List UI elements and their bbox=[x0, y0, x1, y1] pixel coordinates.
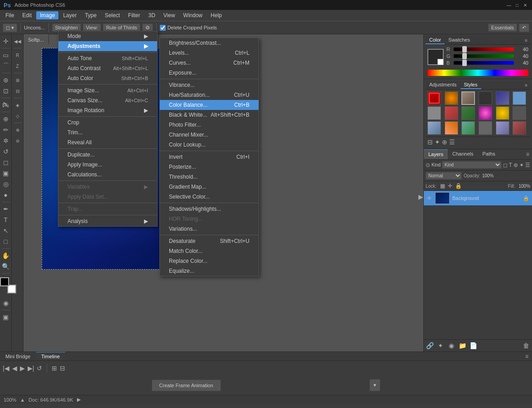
text-tool[interactable]: T bbox=[1, 215, 11, 225]
panel-toggle-btn[interactable]: ◀◀ bbox=[13, 36, 23, 46]
filter-icon-2[interactable]: T bbox=[509, 162, 512, 168]
link-layers-btn[interactable]: 🔗 bbox=[425, 341, 434, 350]
maximize-btn[interactable]: □ bbox=[514, 2, 520, 8]
tab-styles[interactable]: Styles bbox=[460, 81, 481, 89]
style-8[interactable] bbox=[461, 106, 475, 120]
canvas-scroll-right[interactable]: ▶ bbox=[418, 193, 423, 200]
menu-apply-image[interactable]: Apply Image... bbox=[58, 160, 157, 170]
next-frame-btn[interactable]: ▶| bbox=[28, 365, 34, 372]
menu-file[interactable]: File bbox=[2, 11, 18, 19]
menu-crop[interactable]: Crop bbox=[58, 118, 157, 128]
filter-icon-4[interactable]: ✦ bbox=[519, 162, 524, 168]
menu-canvas-size[interactable]: Canvas Size...Alt+Ctrl+C bbox=[58, 95, 157, 105]
sub-equalize[interactable]: Equalize... bbox=[160, 266, 259, 276]
tab-layers[interactable]: Layers bbox=[424, 149, 448, 159]
style-4[interactable] bbox=[496, 91, 509, 105]
delete-frame-btn[interactable]: ⊟ bbox=[60, 365, 65, 372]
adj-icon-2[interactable]: ✦ bbox=[435, 138, 440, 146]
lock-pixels-icon[interactable]: ▦ bbox=[440, 183, 445, 189]
clone-stamp-tool[interactable]: ✲ bbox=[1, 136, 11, 146]
blend-mode-select[interactable]: Normal bbox=[426, 172, 462, 180]
sub-photo-filter[interactable]: Photo Filter... bbox=[160, 120, 259, 130]
menu-auto-tone[interactable]: Auto ToneShift+Ctrl+L bbox=[58, 53, 157, 63]
menu-variables[interactable]: Variables▶ bbox=[58, 182, 157, 192]
sub-desaturate[interactable]: DesaturateShift+Ctrl+U bbox=[160, 236, 259, 246]
sub-hdr-toning[interactable]: HDR Toning... bbox=[160, 214, 259, 224]
marquee-tool[interactable]: ▭ bbox=[1, 50, 11, 60]
sub-selective-color[interactable]: Selective Color... bbox=[160, 192, 259, 202]
zoom-up-btn[interactable]: ▲ bbox=[20, 397, 25, 403]
menu-3d[interactable]: 3D bbox=[144, 11, 158, 19]
style-14[interactable] bbox=[461, 121, 475, 135]
style-9[interactable] bbox=[479, 106, 492, 120]
filter-icon-5[interactable]: ☰ bbox=[525, 162, 530, 168]
filter-icon-3[interactable]: ⊛ bbox=[513, 162, 518, 168]
healing-tool[interactable]: ⊕ bbox=[1, 114, 11, 124]
extras-toggle[interactable]: ⊕ bbox=[13, 125, 23, 135]
menu-trap[interactable]: Trap... bbox=[58, 204, 157, 214]
menu-adjustments[interactable]: Adjustments▶ bbox=[58, 41, 157, 51]
g-slider[interactable] bbox=[454, 54, 514, 58]
style-12[interactable] bbox=[427, 121, 441, 135]
style-17[interactable] bbox=[513, 121, 526, 135]
style-5[interactable] bbox=[513, 91, 526, 105]
eraser-tool[interactable]: ◻ bbox=[1, 157, 11, 167]
add-style-btn[interactable]: ✦ bbox=[436, 341, 445, 350]
menu-trim[interactable]: Trim... bbox=[58, 128, 157, 138]
zoom-tool[interactable]: 🔍 bbox=[1, 261, 11, 271]
tab-color[interactable]: Color bbox=[426, 36, 445, 44]
tool-preset-btn[interactable]: ◻ ▾ bbox=[3, 24, 17, 32]
sub-invert[interactable]: InvertCtrl+I bbox=[160, 152, 259, 162]
foreground-swatch[interactable] bbox=[0, 277, 9, 286]
sub-levels[interactable]: Levels...Ctrl+L bbox=[160, 48, 259, 58]
menu-select[interactable]: Select bbox=[101, 11, 123, 19]
sub-shadows-highlights[interactable]: Shadows/Highlights... bbox=[160, 204, 259, 214]
menu-duplicate[interactable]: Duplicate... bbox=[58, 150, 157, 160]
move-tool[interactable]: ✛ bbox=[1, 36, 11, 46]
menu-mode[interactable]: Mode▶ bbox=[58, 31, 157, 41]
menu-auto-color[interactable]: Auto ColorShift+Ctrl+B bbox=[58, 73, 157, 83]
bottom-panel-menu[interactable]: ≡ bbox=[522, 353, 532, 360]
menu-auto-contrast[interactable]: Auto ContrastAlt+Shift+Ctrl+L bbox=[58, 63, 157, 73]
b-slider[interactable] bbox=[454, 61, 514, 65]
extra-tool-2[interactable]: ⊟ bbox=[13, 86, 23, 96]
sub-brightness[interactable]: Brightness/Contrast... bbox=[160, 38, 259, 48]
quick-select-tool[interactable]: ⊛ bbox=[1, 75, 11, 85]
lock-all-icon[interactable]: 🔒 bbox=[455, 183, 462, 189]
menu-image-rotation[interactable]: Image Rotation▶ bbox=[58, 105, 157, 115]
rotate-view-btn[interactable]: R bbox=[13, 50, 23, 60]
sub-black-white[interactable]: Black & White...Alt+Shift+Ctrl+B bbox=[160, 110, 259, 120]
color-preview-swatch[interactable] bbox=[427, 49, 444, 65]
sub-gradient-map[interactable]: Gradient Map... bbox=[160, 182, 259, 192]
eyedropper-tool[interactable]: 🖎 bbox=[1, 100, 11, 110]
lasso-tool[interactable]: ⌒ bbox=[1, 61, 11, 71]
menu-help[interactable]: Help bbox=[207, 11, 225, 19]
style-2[interactable] bbox=[461, 91, 475, 105]
sub-channel-mixer[interactable]: Channel Mixer... bbox=[160, 130, 259, 140]
menu-image-size[interactable]: Image Size...Alt+Ctrl+I bbox=[58, 85, 157, 95]
prev-frame-btn[interactable]: ◀ bbox=[12, 365, 17, 372]
adj-panel-menu[interactable]: ≡ bbox=[522, 83, 530, 88]
style-1[interactable] bbox=[445, 91, 458, 105]
sub-hue-saturation[interactable]: Hue/Saturation...Ctrl+U bbox=[160, 90, 259, 100]
menu-image[interactable]: Image bbox=[36, 11, 58, 19]
lock-position-icon[interactable]: ✛ bbox=[448, 183, 452, 189]
menu-filter[interactable]: Filter bbox=[125, 11, 144, 19]
path-select-tool[interactable]: ↖ bbox=[1, 226, 11, 236]
shape-tool[interactable]: □ bbox=[1, 237, 11, 247]
menu-reveal-all[interactable]: Reveal All bbox=[58, 138, 157, 147]
extra-tool-3[interactable]: ◈ bbox=[13, 100, 23, 110]
close-btn[interactable]: ✕ bbox=[522, 2, 528, 8]
menu-calculations[interactable]: Calculations... bbox=[58, 170, 157, 180]
canvas-tab-softproof[interactable]: Softp... bbox=[24, 34, 49, 44]
add-frame-btn[interactable]: ⊞ bbox=[52, 365, 57, 372]
history-brush-tool[interactable]: ↺ bbox=[1, 147, 11, 157]
r-slider[interactable] bbox=[454, 47, 514, 51]
workspace-search-btn[interactable]: ↶ bbox=[519, 24, 529, 32]
tab-swatches[interactable]: Swatches bbox=[445, 36, 474, 44]
sub-exposure[interactable]: Exposure... bbox=[160, 68, 259, 78]
adj-icon-3[interactable]: ⊕ bbox=[442, 138, 447, 146]
style-6[interactable] bbox=[427, 106, 441, 120]
hand-tool[interactable]: ✋ bbox=[1, 251, 11, 261]
style-13[interactable] bbox=[445, 121, 458, 135]
